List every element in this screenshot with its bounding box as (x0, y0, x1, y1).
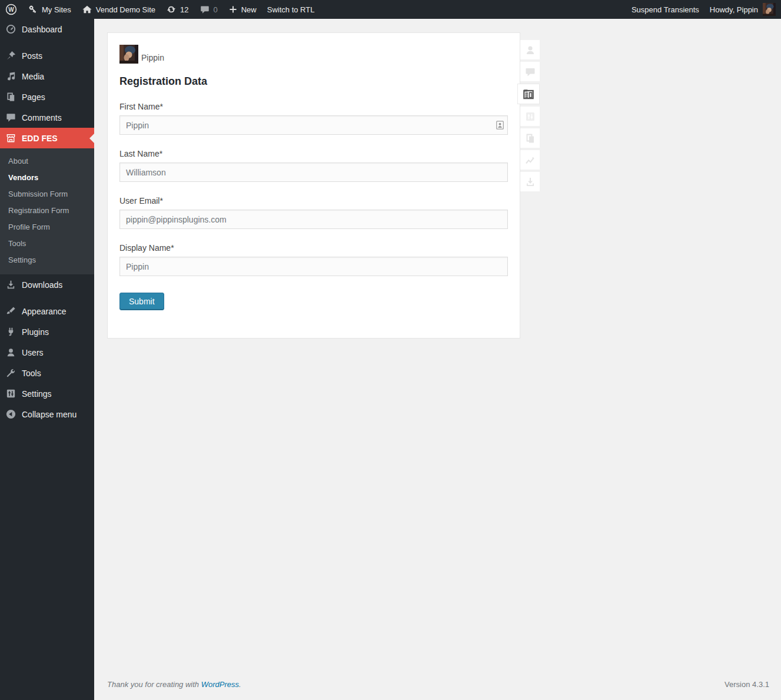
updates-menu[interactable]: 12 (161, 0, 194, 19)
display-name-input[interactable] (119, 257, 508, 276)
new-content-menu[interactable]: New (223, 0, 262, 19)
submenu-item-vendors[interactable]: Vendors (0, 170, 94, 186)
sidebar-item-users[interactable]: Users (0, 342, 94, 363)
registration-data-heading: Registration Data (119, 75, 508, 88)
sidebar-item-settings[interactable]: Settings (0, 383, 94, 404)
first-name-group: First Name* (119, 102, 508, 135)
pages-icon (524, 132, 536, 144)
update-count: 12 (180, 5, 188, 14)
sidebar-label-collapse: Collapse menu (22, 409, 77, 420)
submenu-item-submission-form[interactable]: Submission Form (0, 186, 94, 203)
collapse-icon (5, 409, 16, 420)
sidebar-item-tools[interactable]: Tools (0, 363, 94, 383)
tab-reports[interactable] (520, 150, 540, 170)
update-icon (166, 4, 177, 15)
submit-button[interactable]: Submit (119, 293, 164, 310)
comment-icon (200, 4, 210, 15)
user-email-label: User Email* (119, 196, 508, 205)
comments-menu[interactable]: 0 (194, 0, 223, 19)
footer-version: Version 4.3.1 (724, 680, 769, 689)
main-content: Pippin Registration Data First Name* Las… (94, 19, 781, 700)
tab-settings[interactable] (520, 107, 540, 126)
pushpin-icon (5, 50, 16, 61)
footer-thanks-period: . (239, 680, 241, 689)
network-key-icon (28, 4, 38, 15)
sidebar-label-pages: Pages (22, 92, 45, 102)
tab-user[interactable] (520, 40, 540, 59)
first-name-label: First Name* (119, 102, 508, 111)
vendor-card: Pippin Registration Data First Name* Las… (107, 32, 520, 339)
sidebar-item-edd-fes[interactable]: EDD FES (0, 128, 94, 148)
download-icon (5, 279, 16, 290)
sidebar-item-pages[interactable]: Pages (0, 87, 94, 107)
my-sites-menu[interactable]: My Sites (22, 0, 77, 19)
display-name-group: Display Name* (119, 243, 508, 276)
admin-footer: Thank you for creating with WordPress. V… (107, 680, 769, 689)
last-name-input[interactable] (119, 162, 508, 182)
site-name-label: Vendd Demo Site (96, 5, 155, 14)
submenu-item-about[interactable]: About (0, 153, 94, 170)
menu-separator (0, 295, 94, 301)
suspend-transients-menu[interactable]: Suspend Transients (626, 0, 704, 19)
wordpress-logo-icon: W (5, 4, 17, 15)
media-icon (5, 71, 16, 82)
sidebar-item-downloads[interactable]: Downloads (0, 274, 94, 295)
sidebar-label-media: Media (22, 71, 44, 82)
sidebar-item-comments[interactable]: Comments (0, 107, 94, 128)
sidebar-label-comments: Comments (22, 112, 62, 123)
sliders-icon (5, 388, 16, 399)
switch-rtl-menu[interactable]: Switch to RTL (262, 0, 320, 19)
new-label: New (241, 5, 257, 14)
tab-registration-form[interactable] (517, 84, 540, 104)
sidebar-item-plugins[interactable]: Plugins (0, 321, 94, 342)
avatar (763, 3, 776, 16)
admin-bar-right: Suspend Transients Howdy, Pippin (626, 0, 781, 19)
sidebar-label-downloads: Downloads (22, 280, 62, 290)
suspend-transients-label: Suspend Transients (632, 5, 699, 14)
first-name-input[interactable] (119, 115, 508, 135)
forms-icon (522, 88, 535, 101)
autofill-contact-icon[interactable] (496, 121, 504, 130)
brush-icon (5, 306, 16, 317)
sidebar-label-plugins: Plugins (22, 327, 49, 337)
wrench-icon (5, 367, 16, 379)
footer-thanks-text: Thank you for creating with (107, 680, 201, 689)
submenu-item-registration-form[interactable]: Registration Form (0, 203, 94, 219)
sidebar-item-posts[interactable]: Posts (0, 45, 94, 66)
wordpress-logo-menu[interactable]: W (0, 0, 22, 19)
sidebar-item-dashboard[interactable]: Dashboard (0, 19, 94, 39)
vendor-header: Pippin (119, 45, 508, 64)
home-icon (82, 4, 92, 15)
sidebar-item-media[interactable]: Media (0, 66, 94, 87)
edd-fes-submenu: About Vendors Submission Form Registrati… (0, 148, 94, 274)
last-name-group: Last Name* (119, 149, 508, 182)
vendor-avatar (119, 45, 138, 64)
sidebar-label-tools: Tools (22, 368, 41, 379)
comment-count: 0 (214, 5, 218, 14)
chart-line-icon (524, 154, 536, 166)
tab-downloads[interactable] (520, 172, 540, 191)
sidebar-label-settings: Settings (22, 389, 52, 399)
comments-icon (5, 112, 16, 123)
vendor-tab-strip (520, 40, 544, 194)
wordpress-link[interactable]: WordPress (201, 680, 239, 689)
sidebar-item-collapse-menu[interactable]: Collapse menu (0, 404, 94, 424)
sidebar-item-appearance[interactable]: Appearance (0, 301, 94, 321)
account-menu[interactable]: Howdy, Pippin (704, 0, 781, 19)
menu-separator (0, 39, 94, 45)
site-name-menu[interactable]: Vendd Demo Site (77, 0, 161, 19)
tab-comments[interactable] (520, 62, 540, 81)
submenu-item-tools[interactable]: Tools (0, 235, 94, 252)
sidebar-label-users: Users (22, 347, 44, 358)
admin-bar: W My Sites Vendd Demo Site 12 0 New Swit… (0, 0, 781, 19)
sidebar-label-appearance: Appearance (22, 306, 67, 317)
submenu-item-settings[interactable]: Settings (0, 252, 94, 268)
user-email-input[interactable] (119, 210, 508, 229)
store-icon (5, 132, 16, 144)
switch-rtl-label: Switch to RTL (267, 5, 315, 14)
tab-pages[interactable] (520, 128, 540, 148)
submenu-item-profile-form[interactable]: Profile Form (0, 219, 94, 235)
svg-text:W: W (8, 6, 14, 13)
user-icon (524, 44, 536, 56)
dashboard-icon (5, 24, 16, 35)
